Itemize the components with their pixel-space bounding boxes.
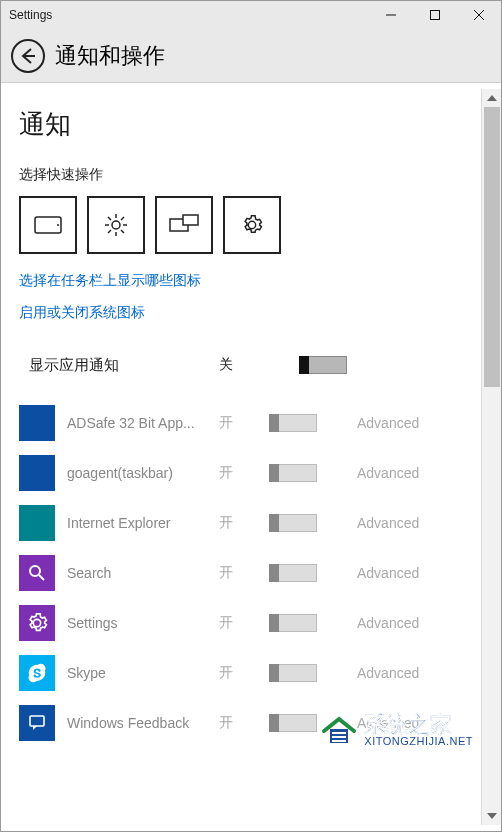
- close-icon: [474, 10, 484, 20]
- chevron-up-icon: [487, 95, 497, 101]
- svg-line-15: [108, 230, 111, 233]
- vertical-scrollbar[interactable]: [481, 89, 501, 825]
- svg-rect-20: [30, 716, 44, 726]
- tablet-icon: [34, 215, 62, 235]
- app-icon-container: [19, 705, 67, 741]
- app-name: goagent(taskbar): [67, 465, 219, 481]
- app-toggle[interactable]: [269, 464, 317, 482]
- quick-action-connect[interactable]: [155, 196, 213, 254]
- app-advanced-link[interactable]: Advanced: [349, 465, 479, 481]
- app-advanced-link[interactable]: Advanced: [349, 665, 479, 681]
- app-toggle[interactable]: [269, 514, 317, 532]
- app-name: Skype: [67, 665, 219, 681]
- app-icon-container: [19, 655, 67, 691]
- close-button[interactable]: [457, 1, 501, 29]
- app-advanced-link[interactable]: Advanced: [349, 715, 479, 731]
- app-advanced-link[interactable]: Advanced: [349, 415, 479, 431]
- app-toggle[interactable]: [269, 414, 317, 432]
- connect-icon: [169, 214, 199, 236]
- app-state: 开: [219, 564, 269, 582]
- window-title: Settings: [9, 8, 52, 22]
- quick-action-all-settings[interactable]: [223, 196, 281, 254]
- app-toggle[interactable]: [269, 614, 317, 632]
- show-app-notifications-label: 显示应用通知: [29, 356, 219, 375]
- app-row: Internet Explorer开Advanced: [19, 498, 479, 548]
- section-heading: 通知: [19, 107, 479, 142]
- svg-point-7: [112, 221, 120, 229]
- app-name: Settings: [67, 615, 219, 631]
- scrollbar-thumb[interactable]: [484, 107, 500, 387]
- window-titlebar: Settings: [1, 1, 501, 29]
- app-state: 开: [219, 664, 269, 682]
- svg-line-19: [39, 575, 44, 580]
- svg-point-6: [57, 224, 59, 226]
- app-row: Search开Advanced: [19, 548, 479, 598]
- quick-actions-row: [19, 196, 479, 254]
- quick-actions-label: 选择快速操作: [19, 166, 479, 184]
- app-state: 开: [219, 514, 269, 532]
- brightness-icon: [104, 213, 128, 237]
- svg-line-13: [121, 230, 124, 233]
- link-toggle-system-icons[interactable]: 启用或关闭系统图标: [19, 304, 479, 322]
- chevron-down-icon: [487, 813, 497, 819]
- minimize-icon: [386, 10, 396, 20]
- show-app-notifications-state: 关: [219, 356, 269, 374]
- app-icon-container: [19, 555, 67, 591]
- app-toggle[interactable]: [269, 714, 317, 732]
- app-toggle[interactable]: [269, 664, 317, 682]
- app-icon-container: [19, 405, 67, 441]
- app-toggle[interactable]: [269, 564, 317, 582]
- app-advanced-link[interactable]: Advanced: [349, 515, 479, 531]
- quick-action-tablet-mode[interactable]: [19, 196, 77, 254]
- app-state: 开: [219, 414, 269, 432]
- app-icon-container: [19, 455, 67, 491]
- maximize-icon: [430, 10, 440, 20]
- app-name: Internet Explorer: [67, 515, 219, 531]
- svg-point-18: [30, 566, 40, 576]
- page-header: 通知和操作: [1, 29, 501, 83]
- svg-rect-1: [431, 11, 440, 20]
- show-app-notifications-toggle[interactable]: [299, 356, 347, 374]
- svg-rect-17: [183, 215, 198, 225]
- app-row: Settings开Advanced: [19, 598, 479, 648]
- app-name: Windows Feedback: [67, 715, 219, 731]
- quick-action-brightness[interactable]: [87, 196, 145, 254]
- app-state: 开: [219, 464, 269, 482]
- app-row: goagent(taskbar)开Advanced: [19, 448, 479, 498]
- maximize-button[interactable]: [413, 1, 457, 29]
- minimize-button[interactable]: [369, 1, 413, 29]
- scroll-down-button[interactable]: [482, 807, 501, 825]
- back-button[interactable]: [11, 39, 45, 73]
- page-title: 通知和操作: [55, 41, 165, 71]
- app-state: 开: [219, 714, 269, 732]
- content-viewport: 通知 选择快速操作: [1, 83, 501, 831]
- scroll-up-button[interactable]: [482, 89, 501, 107]
- show-app-notifications-row: 显示应用通知 关: [19, 340, 479, 390]
- app-name: ADSafe 32 Bit App...: [67, 415, 219, 431]
- svg-line-14: [121, 217, 124, 220]
- app-icon-container: [19, 505, 67, 541]
- app-icon-container: [19, 605, 67, 641]
- link-choose-taskbar-icons[interactable]: 选择在任务栏上显示哪些图标: [19, 272, 479, 290]
- gear-icon: [241, 214, 263, 236]
- svg-line-12: [108, 217, 111, 220]
- app-advanced-link[interactable]: Advanced: [349, 615, 479, 631]
- app-row: ADSafe 32 Bit App...开Advanced: [19, 398, 479, 448]
- back-arrow-icon: [19, 47, 37, 65]
- app-row: Skype开Advanced: [19, 648, 479, 698]
- app-advanced-link[interactable]: Advanced: [349, 565, 479, 581]
- app-state: 开: [219, 614, 269, 632]
- app-row: Windows Feedback开Advanced: [19, 698, 479, 748]
- app-name: Search: [67, 565, 219, 581]
